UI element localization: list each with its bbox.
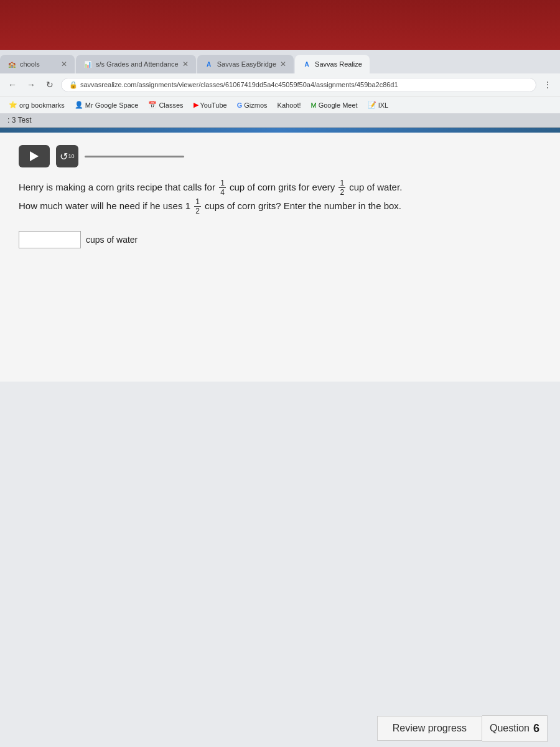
tab-savvas-realize-label: Savvas Realize (315, 60, 362, 68)
tab-bar: 🏫 chools ✕ 📊 s/s Grades and Attendance ✕… (0, 50, 560, 73)
bookmark-kahoot[interactable]: Kahoot! (274, 100, 305, 110)
tab-chools-close[interactable]: ✕ (61, 60, 67, 68)
question-text: Henry is making a corn grits recipe that… (19, 179, 541, 216)
bookmark-gizmos-icon: G (237, 101, 243, 109)
line1-suffix: cup of water. (349, 182, 402, 192)
tab-grades-favicon: 📊 (83, 60, 92, 68)
test-header-label: : 3 Test (7, 116, 31, 125)
tab-grades[interactable]: 📊 s/s Grades and Attendance ✕ (76, 55, 196, 73)
review-progress-label: Review progress (393, 723, 467, 733)
tab-grades-close[interactable]: ✕ (182, 60, 189, 68)
url-text: savvasrealize.com/assignments/viewer/cla… (80, 81, 528, 88)
bookmark-youtube-label: YouTube (200, 101, 227, 109)
replay-button[interactable]: ↺ 10 (56, 145, 78, 167)
line1-middle: cup of corn grits for every (230, 182, 335, 192)
gray-area (0, 382, 560, 693)
refresh-button[interactable]: ↻ (42, 77, 57, 92)
answer-input[interactable] (19, 231, 81, 248)
tab-savvas-realize[interactable]: A Savvas Realize (295, 55, 370, 73)
answer-label: cups of water (86, 235, 138, 245)
question-line1: Henry is making a corn grits recipe that… (19, 182, 402, 192)
question-number: 6 (533, 722, 539, 735)
question-line2: How much water will he need if he uses 1… (19, 200, 401, 211)
tab-chools-label: chools (20, 60, 40, 68)
bookmark-org-icon: ⭐ (9, 101, 17, 109)
tab-savvas-easy[interactable]: A Savvas EasyBridge ✕ (197, 55, 294, 73)
line2-suffix: cups of corn grits? Enter the number in … (205, 200, 401, 211)
bookmark-google-meet-icon: M (311, 101, 317, 109)
review-progress-button[interactable]: Review progress (377, 716, 482, 741)
line1-prefix: Henry is making a corn grits recipe that… (19, 182, 215, 192)
bookmark-google-space-icon: 👤 (75, 101, 83, 109)
bookmark-ixl[interactable]: 📝 IXL (364, 100, 393, 110)
bookmark-kahoot-label: Kahoot! (278, 101, 301, 109)
tab-chools-favicon: 🏫 (7, 60, 16, 68)
bookmark-google-space-label: Mr Google Space (85, 101, 139, 109)
fraction-one-quarter: 1 4 (219, 179, 226, 197)
bookmark-classes[interactable]: 📅 Classes (144, 100, 187, 110)
fraction-one-quarter-num: 1 (219, 179, 226, 188)
tab-savvas-realize-favicon: A (302, 60, 311, 68)
question-counter: Question 6 (482, 715, 548, 742)
inner-fraction-num: 1 (194, 197, 201, 207)
bookmark-youtube-icon: ▶ (194, 101, 198, 109)
tab-savvas-easy-favicon: A (205, 60, 213, 68)
tab-grades-label: s/s Grades and Attendance (96, 60, 179, 68)
test-header: : 3 Test (0, 113, 560, 128)
tab-savvas-easy-label: Savvas EasyBridge (217, 60, 276, 68)
audio-progress-bar[interactable] (85, 156, 184, 157)
line2-prefix: How much water will he need if he uses 1 (19, 200, 190, 211)
extensions-button[interactable]: ⋮ (540, 77, 555, 92)
tab-chools[interactable]: 🏫 chools ✕ (0, 55, 75, 73)
mixed-fraction-1-half: 1 2 (193, 197, 202, 216)
bookmark-google-meet-label: Google Meet (319, 101, 358, 109)
address-bar-row: ← → ↻ 🔒 savvasrealize.com/assignments/vi… (0, 73, 560, 96)
fraction-one-half-num: 1 (338, 179, 345, 188)
bookmark-classes-label: Classes (159, 101, 183, 109)
bookmark-youtube[interactable]: ▶ YouTube (190, 100, 231, 110)
fraction-one-half: 1 2 (338, 179, 345, 197)
question-label: Question (490, 723, 530, 734)
back-button[interactable]: ← (5, 77, 20, 92)
address-bar[interactable]: 🔒 savvasrealize.com/assignments/viewer/c… (61, 78, 536, 92)
tab-savvas-easy-close[interactable]: ✕ (280, 60, 286, 68)
replay-icon: ↺ (60, 151, 68, 162)
bookmark-ixl-label: IXL (378, 101, 389, 109)
top-decorative-bar (0, 0, 560, 50)
bookmark-org-label: org bookmarks (19, 101, 65, 109)
answer-row: cups of water (19, 231, 541, 248)
play-button[interactable] (19, 145, 50, 167)
forward-button[interactable]: → (24, 77, 39, 92)
blue-header-bar (0, 128, 560, 133)
page-area: : 3 Test ↺ 10 Henry is making a corn gri… (0, 113, 560, 747)
fraction-one-half-den: 2 (338, 188, 345, 197)
bookmark-classes-icon: 📅 (148, 101, 157, 109)
fraction-one-quarter-den: 4 (219, 188, 226, 197)
bottom-strip: Review progress Question 6 (0, 710, 560, 747)
bookmark-gizmos-label: Gizmos (244, 101, 267, 109)
inner-fraction-den: 2 (194, 207, 201, 215)
lock-icon: 🔒 (69, 81, 78, 89)
bookmark-ixl-icon: 📝 (368, 101, 376, 109)
content-card: ↺ 10 Henry is making a corn grits recipe… (0, 133, 560, 382)
browser-chrome: 🏫 chools ✕ 📊 s/s Grades and Attendance ✕… (0, 50, 560, 113)
bookmark-google-meet[interactable]: M Google Meet (307, 100, 362, 110)
inner-fraction: 1 2 (194, 197, 201, 216)
replay-num: 10 (68, 153, 74, 159)
bookmark-org[interactable]: ⭐ org bookmarks (5, 100, 68, 110)
bookmarks-bar: ⭐ org bookmarks 👤 Mr Google Space 📅 Clas… (0, 96, 560, 113)
bookmark-gizmos[interactable]: G Gizmos (233, 100, 271, 110)
bookmark-google-space[interactable]: 👤 Mr Google Space (71, 100, 142, 110)
play-triangle-icon (30, 151, 39, 161)
media-player: ↺ 10 (19, 145, 541, 167)
